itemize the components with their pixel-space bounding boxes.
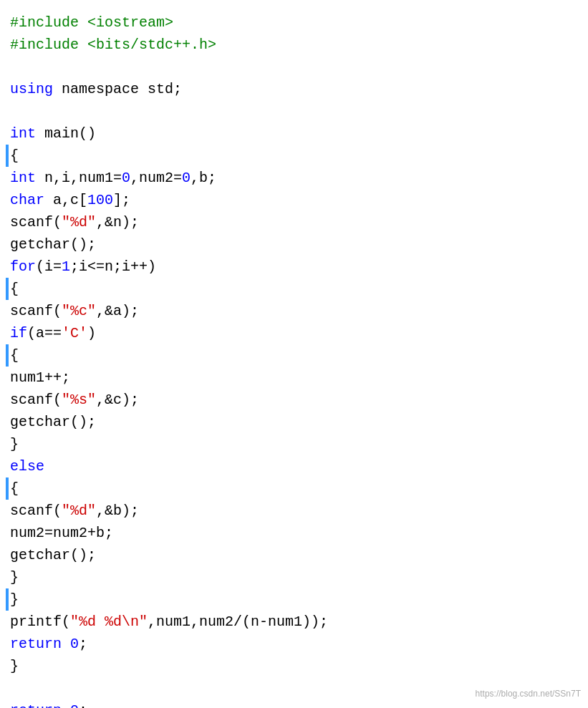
code-line: if(a=='C') <box>6 322 582 344</box>
code-line: #include <bits/stdc++.h> <box>6 34 582 56</box>
code-segment: scanf( <box>10 214 62 231</box>
code-line: scanf("%s",&c); <box>6 389 582 411</box>
code-text: return 0; <box>10 633 87 655</box>
code-text: } <box>10 588 19 611</box>
code-segment: else <box>10 458 44 475</box>
code-segment: ,&a); <box>96 303 139 319</box>
code-line: char a,c[100]; <box>6 189 582 211</box>
watermark: https://blog.csdn.net/SSn7T <box>476 687 581 701</box>
code-segment <box>62 702 70 708</box>
code-line: scanf("%c",&a); <box>6 300 582 322</box>
line-bar <box>6 588 9 611</box>
code-line: } <box>6 655 582 677</box>
code-text: } <box>10 433 19 455</box>
code-segment: ;i<=n;i++) <box>70 258 156 275</box>
code-line: getchar(); <box>6 233 582 256</box>
code-segment: } <box>10 436 19 452</box>
code-segment: n,i,num1= <box>36 170 122 186</box>
code-segment: 0 <box>122 170 130 186</box>
code-segment: main() <box>36 125 96 142</box>
code-segment: ,num2= <box>130 170 182 186</box>
code-segment: ,num1,num2/(n-num1)); <box>148 614 328 630</box>
code-segment: } <box>10 591 19 608</box>
code-segment: { <box>10 480 19 497</box>
code-text: { <box>10 278 19 300</box>
code-segment <box>62 636 70 652</box>
code-segment: return <box>10 636 62 652</box>
code-segment: getchar(); <box>10 547 96 563</box>
code-segment: scanf( <box>10 392 62 408</box>
line-bar <box>6 145 9 167</box>
code-text: char a,c[100]; <box>10 189 130 211</box>
code-segment: "%d" <box>62 503 96 519</box>
code-text: using namespace std; <box>10 78 182 100</box>
code-segment: getchar(); <box>10 236 96 253</box>
code-line: using namespace std; <box>6 78 582 100</box>
code-line: { <box>6 477 582 500</box>
code-line: #include <iostream> <box>6 11 582 34</box>
code-segment: ,&b); <box>96 503 139 519</box>
code-line: } <box>6 433 582 455</box>
line-bar <box>6 477 9 500</box>
code-segment: } <box>10 658 19 674</box>
code-segment: ,&c); <box>96 392 139 408</box>
code-segment: { <box>10 347 19 364</box>
code-segment: 0 <box>182 170 191 186</box>
code-segment: #include <bits/stdc++.h> <box>10 37 216 53</box>
code-segment: #include <iostream> <box>10 14 173 31</box>
code-text: printf("%d %d\n",num1,num2/(n-num1)); <box>10 611 328 633</box>
code-segment: ]; <box>113 192 130 208</box>
code-segment: "%d %d\n" <box>70 614 148 630</box>
code-segment: ,&n); <box>96 214 139 231</box>
code-segment: return <box>10 702 62 708</box>
code-segment: printf( <box>10 614 70 630</box>
code-segment: 100 <box>87 192 113 208</box>
code-segment: 1 <box>62 258 70 275</box>
code-text: #include <iostream> <box>10 11 173 34</box>
code-segment: scanf( <box>10 303 62 319</box>
code-text: getchar(); <box>10 233 96 256</box>
code-segment: "%d" <box>62 214 96 231</box>
code-text: { <box>10 477 19 500</box>
code-segment: num1++; <box>10 369 70 386</box>
code-text: } <box>10 566 19 588</box>
code-segment: } <box>10 569 19 586</box>
code-line: } <box>6 588 582 611</box>
code-segment: ) <box>87 325 96 341</box>
code-text: #include <bits/stdc++.h> <box>10 34 216 56</box>
code-text: getchar(); <box>10 544 96 566</box>
code-segment: int <box>10 125 36 142</box>
code-segment: { <box>10 281 19 297</box>
code-segment: ; <box>79 702 87 708</box>
code-text: } <box>10 655 19 677</box>
code-line: num1++; <box>6 367 582 389</box>
code-segment: num2=num2+b; <box>10 525 113 541</box>
code-text: scanf("%d",&n); <box>10 211 139 233</box>
code-segment: { <box>10 147 19 164</box>
code-segment: a,c[ <box>44 192 87 208</box>
code-text: scanf("%d",&b); <box>10 500 139 522</box>
code-text: for(i=1;i<=n;i++) <box>10 256 156 278</box>
code-segment: "%c" <box>62 303 96 319</box>
line-bar <box>6 344 9 367</box>
code-text: int n,i,num1=0,num2=0,b; <box>10 167 216 189</box>
code-segment: ,b; <box>191 170 216 186</box>
code-segment: namespace std; <box>53 81 182 97</box>
code-text: { <box>10 145 19 167</box>
code-segment: (i= <box>36 258 62 275</box>
code-line: { <box>6 278 582 300</box>
code-line: scanf("%d",&n); <box>6 211 582 233</box>
code-segment: if <box>10 325 27 341</box>
code-segment: (a== <box>27 325 62 341</box>
code-text: int main() <box>10 122 96 145</box>
code-line: for(i=1;i<=n;i++) <box>6 256 582 278</box>
code-text: if(a=='C') <box>10 322 96 344</box>
code-text <box>10 56 19 78</box>
code-line: int n,i,num1=0,num2=0,b; <box>6 167 582 189</box>
line-bar <box>6 278 9 300</box>
code-segment: int <box>10 170 36 186</box>
code-segment: ; <box>79 636 87 652</box>
code-text <box>10 100 19 122</box>
code-segment: 0 <box>70 702 79 708</box>
code-text: num1++; <box>10 367 70 389</box>
